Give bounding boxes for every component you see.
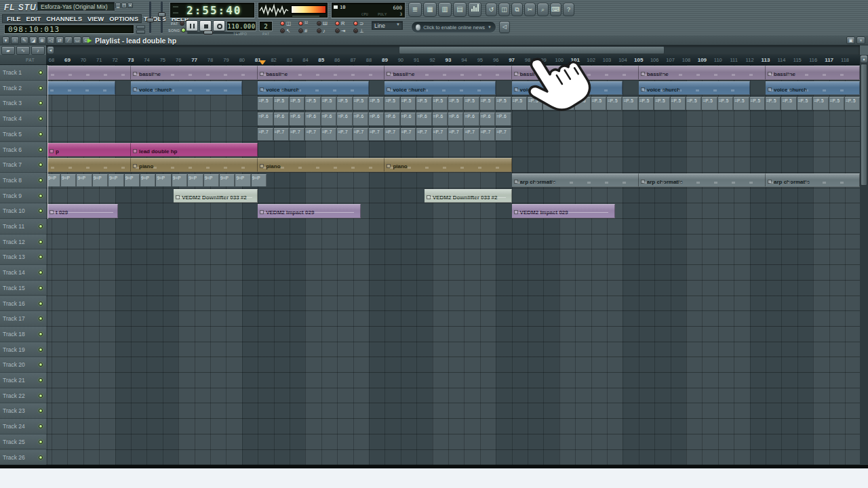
pat-mode-toggle[interactable]: PAT	[171, 21, 184, 26]
track-header-22[interactable]: Track 22	[0, 388, 46, 404]
maximize-button[interactable]: ▢	[121, 3, 127, 8]
pattern-cell[interactable]: =P..5	[321, 97, 336, 110]
record-toggle-0-3[interactable]: R	[335, 20, 344, 26]
track-enable-led[interactable]	[39, 240, 43, 244]
pattern-cell[interactable]: =P..6	[353, 113, 368, 125]
pattern-cell[interactable]: =P..5	[829, 97, 844, 110]
clip-bassline[interactable]: bassline	[766, 66, 860, 80]
menu-item-view[interactable]: VIEW	[85, 15, 106, 22]
pattern-cell[interactable]: =P..5	[718, 97, 733, 110]
track-enable-led[interactable]	[39, 194, 43, 198]
pattern-cell[interactable]: =P..5	[750, 97, 765, 110]
pattern-cell[interactable]: 9=P	[204, 174, 219, 187]
vertical-scroll-thumb[interactable]	[861, 64, 867, 186]
track-enable-led[interactable]	[39, 317, 43, 321]
pause-button[interactable]	[186, 20, 198, 31]
track-enable-led[interactable]	[39, 148, 43, 152]
slip-icon[interactable]: ⇄	[56, 37, 64, 44]
scroll-up-icon[interactable]: ▴	[860, 55, 868, 63]
clip-piano[interactable]	[47, 158, 131, 172]
pattern-cell[interactable]: =P..6	[433, 113, 448, 125]
pattern-cell[interactable]: =P..7	[433, 128, 448, 141]
pattern-cell[interactable]: 9=P	[188, 174, 203, 187]
position-readout[interactable]: 098:10:013	[4, 24, 134, 34]
track-enable-led[interactable]	[39, 378, 43, 382]
track-enable-led[interactable]	[39, 178, 43, 182]
record-toggle-0-0[interactable]: ◫	[280, 20, 291, 26]
playlist-close-button[interactable]: ×	[856, 37, 865, 44]
pattern-cell[interactable]: =P..6	[384, 113, 399, 125]
menu-item-channels[interactable]: CHANNELS	[43, 15, 85, 22]
pattern-cell[interactable]: =P..7	[384, 128, 399, 141]
pattern-cell[interactable]: =P..5	[480, 97, 495, 110]
undo-icon[interactable]: ↺	[486, 3, 497, 16]
snap-selector[interactable]: Line ▼	[372, 21, 403, 30]
track-enable-led[interactable]	[39, 255, 43, 259]
track-enable-led[interactable]	[39, 224, 43, 228]
pattern-cell[interactable]: =P..5	[274, 97, 289, 110]
track-header-15[interactable]: Track 15	[0, 281, 46, 296]
pattern-cell[interactable]: =P..6	[480, 113, 495, 125]
paint-brush-icon[interactable]: ◪	[29, 37, 37, 44]
pattern-cell[interactable]: =P..5	[353, 97, 368, 110]
menu-item-edit[interactable]: EDIT	[24, 15, 44, 22]
clip-bassline[interactable]: bassline	[384, 66, 511, 80]
pattern-cell[interactable]: 9=P	[172, 174, 187, 187]
pattern-cell[interactable]: =P..6	[305, 113, 320, 125]
menu-item-file[interactable]: FILE	[4, 15, 24, 22]
clip-impact[interactable]: VEDM2 Impact 029	[512, 204, 615, 218]
pattern-cell[interactable]: =P..5	[369, 97, 384, 110]
horizontal-scroll-thumb[interactable]	[399, 46, 665, 54]
clip-impact[interactable]: t 029	[47, 204, 118, 218]
track-enable-led[interactable]	[39, 424, 43, 428]
track-header-20[interactable]: Track 20	[0, 357, 46, 373]
clip-voice[interactable]	[47, 81, 115, 96]
track-header-24[interactable]: Track 24	[0, 419, 46, 434]
pattern-cell[interactable]: =P..5	[781, 97, 796, 110]
track-enable-led[interactable]	[39, 270, 43, 274]
track-enable-led[interactable]	[39, 70, 43, 75]
track-header-21[interactable]: Track 21	[0, 373, 46, 388]
mute-icon[interactable]: ◁	[47, 37, 55, 44]
browser-panel-button[interactable]: ▤	[453, 2, 467, 17]
pattern-cell[interactable]: =P..5	[258, 97, 273, 110]
track-header-2[interactable]: Track 2	[0, 81, 46, 96]
track-enable-led[interactable]	[39, 117, 43, 121]
pattern-cell[interactable]: =P..6	[290, 113, 304, 125]
pattern-cell[interactable]: =P..7	[337, 128, 352, 141]
pattern-cell[interactable]: =P..7	[448, 128, 463, 141]
clip-voice[interactable]: voice church	[766, 81, 860, 96]
pattern-cell[interactable]: 9=P	[252, 174, 267, 187]
pattern-cell[interactable]: 9=P	[156, 174, 171, 187]
pattern-cell[interactable]: =P..5	[845, 97, 860, 110]
pattern-cell[interactable]: =P..5	[448, 97, 463, 110]
clip-piano[interactable]: piano	[258, 158, 384, 172]
pattern-cell[interactable]: =P..7	[321, 128, 336, 141]
clip-bassline[interactable]	[47, 66, 131, 80]
pattern-cell[interactable]: =P..5	[290, 97, 304, 110]
track-enable-led[interactable]	[39, 332, 43, 336]
pattern-cell[interactable]: =P..5	[797, 97, 812, 110]
record-button[interactable]	[213, 20, 225, 31]
clip-downlifter[interactable]: VEDM2 Downlifter 033 #2	[425, 189, 512, 203]
pattern-source-tab[interactable]: ▰	[1, 46, 15, 55]
clip-voice[interactable]: voice church	[258, 81, 369, 96]
pattern-cell[interactable]: =P..5	[512, 97, 527, 110]
delete-icon[interactable]: ⊗	[38, 37, 46, 44]
pattern-cell[interactable]: =P..6	[274, 113, 289, 125]
pattern-cell[interactable]: =P..5	[496, 97, 511, 110]
pattern-cell[interactable]: =P..7	[290, 128, 304, 141]
pattern-cell[interactable]: =P..7	[274, 128, 289, 141]
track-header-13[interactable]: Track 13	[0, 249, 46, 265]
pattern-cell[interactable]: =P..5	[337, 97, 352, 110]
pattern-cell[interactable]: 9=P	[220, 174, 235, 187]
pattern-cell[interactable]: =P..6	[369, 113, 384, 125]
playlist-panel-button[interactable]: ≣	[408, 2, 422, 17]
track-header-23[interactable]: Track 23	[0, 403, 46, 419]
select-icon[interactable]: ▭	[73, 37, 81, 44]
song-mode-toggle[interactable]: SONG	[168, 28, 186, 33]
track-enable-led[interactable]	[39, 163, 43, 167]
pattern-cell[interactable]: =P..7	[353, 128, 368, 141]
track-header-17[interactable]: Track 17	[0, 311, 46, 327]
pattern-cell[interactable]: 9=P	[93, 174, 108, 187]
